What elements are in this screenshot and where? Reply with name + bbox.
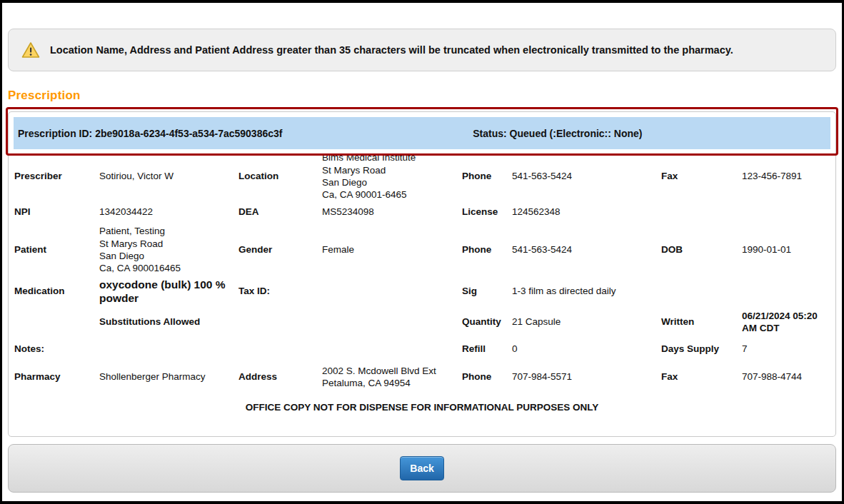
prescription-id-text: Prescription ID: 2be9018a-6234-4f53-a534… <box>18 128 473 139</box>
patient-phone-label: Phone <box>462 226 512 274</box>
prescriber-label: Prescriber <box>14 154 99 198</box>
pharmacy-label: Pharmacy <box>14 362 99 392</box>
dob-label: DOB <box>661 226 742 274</box>
refill-value: 0 <box>512 336 661 362</box>
empty-cell <box>238 336 322 362</box>
tax-id-label: Tax ID: <box>238 274 322 308</box>
location-value: Bims Medical Institute St Marys Road San… <box>322 154 462 198</box>
footer-bar: Back <box>8 444 836 493</box>
prescription-status-bar: Prescription ID: 2be9018a-6234-4f53-a534… <box>14 117 830 149</box>
prescription-page: Location Name, Address and Patient Addre… <box>0 0 844 504</box>
prescription-status-text: Status: Queued (:Electronic:: None) <box>473 128 830 139</box>
notes-label: Notes: <box>14 336 99 362</box>
empty-cell <box>238 308 322 336</box>
address-value: 2002 S. Mcdowell Blvd Ext Petaluma, CA 9… <box>322 362 462 392</box>
dob-value: 1990-01-01 <box>742 226 830 274</box>
prescriber-fax-label: Fax <box>661 154 742 198</box>
quantity-value: 21 Capsule <box>512 308 661 336</box>
quantity-label: Quantity <box>462 308 512 336</box>
prescriber-phone-value: 541-563-5424 <box>512 154 661 198</box>
patient-value: Patient, Testing St Marys Road San Diego… <box>99 226 238 274</box>
prescriber-phone-label: Phone <box>462 154 512 198</box>
sig-label: Sig <box>462 274 512 308</box>
warning-banner-text: Location Name, Address and Patient Addre… <box>50 44 733 56</box>
warning-triangle-icon <box>21 41 40 59</box>
days-supply-value: 7 <box>742 336 830 362</box>
location-label: Location <box>238 154 322 198</box>
address-label: Address <box>238 362 322 392</box>
empty-cell <box>742 274 830 308</box>
dea-value: MS5234098 <box>322 198 462 226</box>
gender-value: Female <box>322 226 462 274</box>
pharmacy-phone-value: 707-984-5571 <box>512 362 661 392</box>
npi-label: NPI <box>14 198 99 226</box>
gender-label: Gender <box>238 226 322 274</box>
prescription-details-card: Prescription ID: 2be9018a-6234-4f53-a534… <box>8 111 836 437</box>
npi-value: 1342034422 <box>99 198 238 226</box>
empty-cell <box>661 198 742 226</box>
license-label: License <box>462 198 512 226</box>
license-value: 124562348 <box>512 198 661 226</box>
prescription-details-grid: PrescriberSotiriou, Victor WLocationBims… <box>14 154 830 392</box>
empty-cell <box>14 308 99 336</box>
patient-label: Patient <box>14 226 99 274</box>
truncation-warning-banner: Location Name, Address and Patient Addre… <box>8 29 836 71</box>
back-button[interactable]: Back <box>400 456 443 480</box>
refill-label: Refill <box>462 336 512 362</box>
days-supply-label: Days Supply <box>661 336 742 362</box>
pharmacy-value: Shollenberger Pharmacy <box>99 362 238 392</box>
substitutions-allowed-text: Substitutions Allowed <box>99 308 238 336</box>
dea-label: DEA <box>238 198 322 226</box>
written-label: Written <box>661 308 742 336</box>
medication-label: Medication <box>14 274 99 308</box>
empty-cell <box>322 336 462 362</box>
medication-value: oxycodone (bulk) 100 % powder <box>99 274 238 308</box>
empty-cell <box>661 274 742 308</box>
patient-phone-value: 541-563-5424 <box>512 226 661 274</box>
written-value: 06/21/2024 05:20 AM CDT <box>742 308 830 336</box>
prescriber-fax-value: 123-456-7891 <box>742 154 830 198</box>
pharmacy-fax-label: Fax <box>661 362 742 392</box>
prescriber-value: Sotiriou, Victor W <box>99 154 238 198</box>
sig-value: 1-3 film as directed daily <box>512 274 661 308</box>
page-title: Prescription <box>8 89 81 103</box>
tax-id-value <box>322 274 462 308</box>
pharmacy-fax-value: 707-988-4744 <box>742 362 830 392</box>
office-copy-note: OFFICE COPY NOT FOR DISPENSE FOR INFORMA… <box>9 402 835 413</box>
empty-cell <box>742 198 830 226</box>
empty-cell <box>322 308 462 336</box>
notes-value <box>99 336 238 362</box>
pharmacy-phone-label: Phone <box>462 362 512 392</box>
